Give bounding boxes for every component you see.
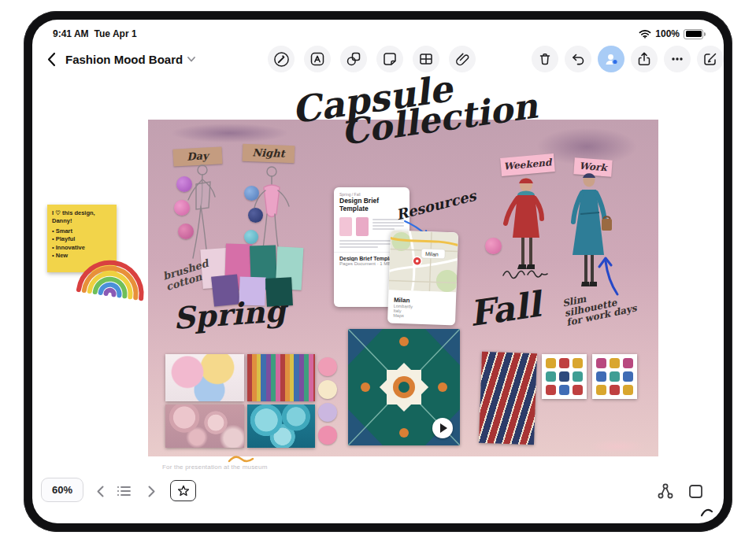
map-pin-label: Milan	[425, 251, 439, 257]
back-button[interactable]	[39, 46, 63, 72]
marker-icon	[273, 51, 290, 68]
pattern-swatch[interactable]	[592, 354, 637, 399]
ellipsis-icon	[669, 51, 685, 67]
design-brief-title: Design Brief Template	[339, 198, 404, 213]
pompom[interactable]	[248, 208, 263, 223]
text-box-icon	[309, 51, 325, 67]
draw-tool-button[interactable]	[268, 46, 295, 72]
pompom[interactable]	[244, 186, 259, 201]
prev-board-button[interactable]	[91, 482, 109, 500]
photo-roses[interactable]	[165, 404, 244, 448]
pompom[interactable]	[174, 200, 190, 216]
mood-board-canvas[interactable]: Day Night	[148, 120, 658, 456]
screen: 9:41 AM Tue Apr 1 100% Fashion Mood Boar…	[32, 20, 724, 523]
collaborate-button[interactable]	[598, 46, 624, 72]
fall-heading[interactable]: Fall	[467, 286, 543, 332]
palette-color	[318, 380, 337, 399]
favorites-button[interactable]	[170, 480, 196, 501]
color-palette[interactable]	[318, 357, 337, 445]
shapes-tool-button[interactable]	[340, 46, 367, 72]
pattern-cell	[546, 358, 556, 368]
sticky-note-tool-button[interactable]	[376, 46, 403, 72]
pattern-swatch[interactable]	[542, 354, 587, 399]
undo-button[interactable]	[565, 46, 591, 72]
connect-lines-button[interactable]	[654, 480, 676, 502]
zoom-button[interactable]: 60%	[41, 478, 83, 502]
share-icon	[636, 51, 652, 67]
chevron-left-icon	[97, 486, 104, 497]
geometric-pattern-swatches[interactable]	[542, 354, 637, 399]
pattern-cell	[596, 371, 606, 382]
ikat-pattern-swatch[interactable]	[479, 352, 537, 445]
pompom[interactable]	[176, 176, 192, 192]
paperclip-icon	[454, 51, 470, 67]
table-icon	[418, 51, 434, 67]
next-board-button[interactable]	[143, 482, 160, 500]
status-date: Tue Apr 1	[94, 28, 137, 39]
pattern-cell	[546, 371, 556, 382]
delete-button[interactable]	[532, 46, 558, 72]
diagram-nodes-icon	[657, 482, 674, 500]
new-board-button[interactable]	[697, 46, 724, 72]
status-bar: 9:41 AM Tue Apr 1 100%	[32, 27, 724, 41]
square-icon	[688, 484, 703, 499]
handwritten-scribble[interactable]	[501, 263, 550, 283]
board-title-button[interactable]: Fashion Mood Board	[65, 46, 195, 72]
palette-color	[318, 426, 337, 445]
undo-icon	[570, 51, 586, 67]
board-caption: For the presentation at the museum	[162, 464, 268, 471]
list-icon	[117, 485, 132, 497]
palette-color	[318, 403, 337, 422]
sticky-note-icon	[382, 51, 398, 67]
pattern-cell	[573, 358, 583, 368]
compose-icon	[702, 51, 718, 67]
screenshot: 9:41 AM Tue Apr 1 100% Fashion Mood Boar…	[0, 0, 756, 543]
pompom[interactable]	[178, 223, 194, 239]
map-image: Milan	[388, 231, 458, 293]
sticky-note-item: Smart	[52, 227, 112, 235]
more-button[interactable]	[664, 46, 691, 72]
star-icon	[177, 485, 190, 497]
wifi-icon	[639, 29, 651, 39]
pattern-cell	[573, 371, 583, 382]
pattern-cell	[610, 385, 620, 395]
battery-icon	[684, 29, 703, 39]
chevron-down-icon	[187, 57, 195, 62]
select-frame-button[interactable]	[684, 480, 706, 502]
map-card[interactable]: Milan Milan Lombardy Italy Maps	[387, 231, 458, 326]
trash-icon	[537, 51, 553, 67]
pencil-scribble-indicator	[700, 506, 714, 517]
battery-percent: 100%	[655, 28, 680, 39]
pattern-cell	[596, 385, 606, 395]
pattern-cell	[559, 358, 569, 368]
sticky-note-line: I ♡ this design,	[52, 209, 112, 217]
ipad-frame: 9:41 AM Tue Apr 1 100% Fashion Mood Boar…	[24, 11, 732, 532]
pompom[interactable]	[485, 238, 502, 254]
text-tool-button[interactable]	[304, 46, 331, 72]
spring-heading[interactable]: Spring	[172, 295, 287, 334]
photo-pastel-abstract[interactable]	[165, 354, 244, 401]
share-button[interactable]	[631, 46, 658, 72]
status-time: 9:41 AM	[53, 28, 89, 39]
pattern-cell	[623, 358, 633, 368]
orange-scribble[interactable]	[227, 453, 255, 464]
rainbow-drawing[interactable]	[73, 236, 153, 302]
play-button[interactable]	[432, 418, 453, 438]
pattern-cell	[610, 358, 620, 368]
design-brief-thumb	[339, 217, 352, 236]
palette-color	[318, 357, 337, 376]
video-tile[interactable]	[348, 329, 460, 445]
pattern-cell	[623, 371, 633, 382]
pattern-cell	[623, 385, 633, 395]
photo-stripes[interactable]	[247, 354, 315, 401]
pattern-cell	[610, 371, 620, 382]
person-icon	[603, 51, 619, 67]
pattern-cell	[573, 385, 583, 395]
sticky-note-line: Danny!	[52, 217, 112, 225]
design-brief-thumb	[356, 217, 369, 236]
chevron-right-icon	[148, 486, 155, 497]
board-title: Fashion Mood Board	[65, 53, 183, 66]
boards-list-button[interactable]	[114, 482, 133, 500]
photo-macarons[interactable]	[247, 404, 315, 448]
toolbar: Fashion Mood Board	[32, 46, 724, 72]
